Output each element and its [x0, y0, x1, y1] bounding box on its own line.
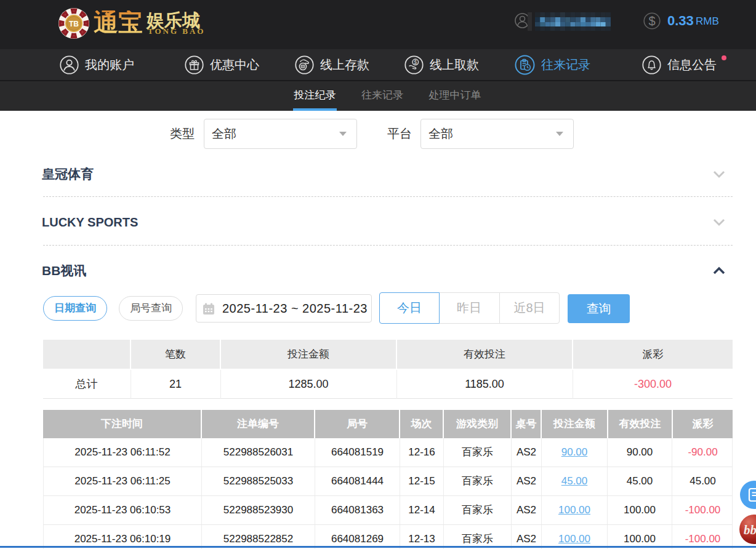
svg-text:$: $ — [648, 14, 655, 28]
svg-text:$: $ — [414, 59, 417, 65]
svg-text:TB: TB — [69, 20, 79, 28]
